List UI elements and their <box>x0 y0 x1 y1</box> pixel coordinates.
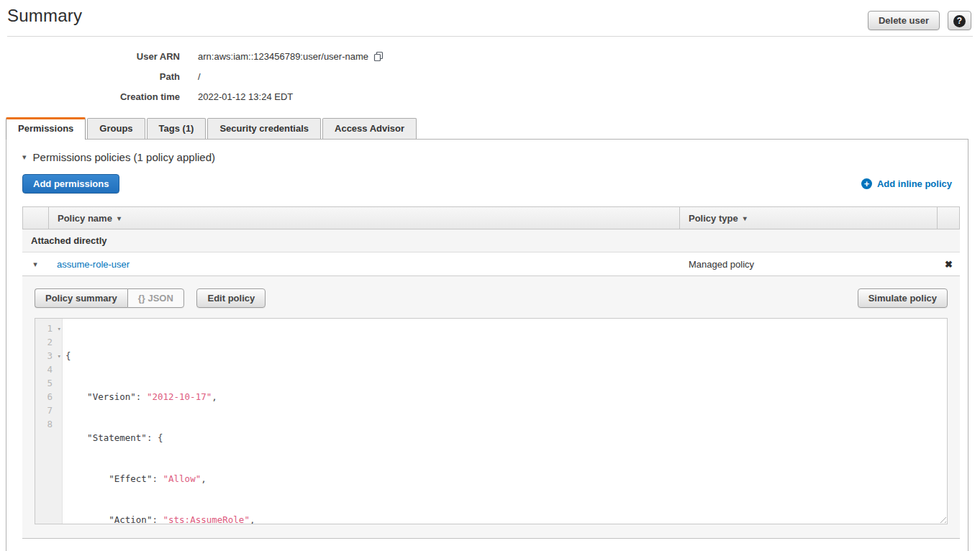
permissions-policies-section-toggle[interactable]: ▾ Permissions policies (1 policy applied… <box>6 140 968 163</box>
policy-table-row: ▾ assume-role-user Managed policy ✖ <box>22 252 960 276</box>
section-title: Permissions policies (1 policy applied) <box>33 151 215 163</box>
group-row-attached-directly: Attached directly <box>22 229 960 252</box>
help-icon: ? <box>953 15 966 27</box>
remove-header-cell <box>937 207 959 229</box>
tab-groups[interactable]: Groups <box>87 118 145 139</box>
code-line: "Effect": "Allow", <box>65 472 947 486</box>
simulate-policy-button[interactable]: Simulate policy <box>858 288 948 308</box>
tab-access-advisor[interactable]: Access Advisor <box>322 118 417 139</box>
tab-content-wrapper: Permissions Groups Tags (1) Security cre… <box>6 117 968 551</box>
header-actions: Delete user ? <box>868 11 971 30</box>
user-arn-label: User ARN <box>0 51 180 62</box>
editor-gutter: 1▾ 2 3▾ 4 5 6 7 8 <box>35 319 63 524</box>
edit-policy-button[interactable]: Edit policy <box>196 288 266 308</box>
policy-type-header[interactable]: Policy type ▾ <box>679 207 937 229</box>
code-line: "Version": "2012-10-17", <box>65 390 947 404</box>
sort-caret-icon: ▾ <box>117 214 121 222</box>
editor-code-area[interactable]: { "Version": "2012-10-17", "Statement": … <box>63 319 947 524</box>
path-value: / <box>198 71 201 82</box>
row-caret-icon: ▾ <box>33 260 37 268</box>
fold-caret-icon[interactable]: ▾ <box>58 350 61 363</box>
row-expander[interactable]: ▾ <box>22 252 48 276</box>
user-arn-value: arn:aws:iam::123456789:user/user-name <box>198 51 368 62</box>
fold-caret-icon[interactable]: ▾ <box>58 322 61 336</box>
table-header-row: Policy name ▾ Policy type ▾ <box>22 206 960 229</box>
policy-name-header[interactable]: Policy name ▾ <box>49 213 679 224</box>
policy-detail-toolbar: Policy summary {} JSON Edit policy Simul… <box>35 288 948 308</box>
tabstrip: Permissions Groups Tags (1) Security cre… <box>6 117 968 140</box>
code-line: "Action": "sts:AssumeRole", <box>65 513 947 524</box>
tab-permissions[interactable]: Permissions <box>6 117 86 140</box>
info-row-path: Path / <box>0 66 980 86</box>
page-header: Summary Delete user ? <box>0 0 980 30</box>
add-permissions-button[interactable]: Add permissions <box>22 174 119 193</box>
permissions-toolbar: Add permissions + Add inline policy <box>6 174 968 193</box>
tab-tags[interactable]: Tags (1) <box>147 118 207 139</box>
user-info: User ARN arn:aws:iam::123456789:user/use… <box>0 46 980 106</box>
policy-summary-button[interactable]: Policy summary <box>35 288 127 308</box>
add-inline-policy-link[interactable]: + Add inline policy <box>861 178 952 189</box>
creation-time-label: Creation time <box>0 91 180 102</box>
delete-user-button[interactable]: Delete user <box>868 11 940 30</box>
code-line: { <box>65 349 947 363</box>
section-caret-icon: ▾ <box>22 153 27 161</box>
page-title: Summary <box>7 6 82 26</box>
tab-security-credentials[interactable]: Security credentials <box>207 118 321 139</box>
header-divider <box>7 36 973 37</box>
info-row-user-arn: User ARN arn:aws:iam::123456789:user/use… <box>0 46 980 66</box>
sort-caret-icon: ▾ <box>743 214 747 222</box>
json-code-editor[interactable]: 1▾ 2 3▾ 4 5 6 7 8 { "Version": "2012-10-… <box>35 318 948 524</box>
copy-icon[interactable] <box>373 51 384 62</box>
policy-name-link[interactable]: assume-role-user <box>57 259 130 270</box>
json-button[interactable]: {} JSON <box>127 288 184 308</box>
policy-type-cell: Managed policy <box>680 252 938 276</box>
plus-icon: + <box>861 178 872 189</box>
policies-table: Policy name ▾ Policy type ▾ Attached dir… <box>22 206 960 539</box>
permissions-panel: ▾ Permissions policies (1 policy applied… <box>6 140 968 551</box>
info-row-creation-time: Creation time 2022-01-12 13:24 EDT <box>0 86 980 106</box>
remove-policy-button[interactable]: ✖ <box>938 252 960 276</box>
policy-detail-panel: Policy summary {} JSON Edit policy Simul… <box>22 276 960 539</box>
path-label: Path <box>0 71 180 82</box>
expander-header-cell <box>23 207 49 229</box>
code-line: "Statement": { <box>65 431 947 445</box>
help-button[interactable]: ? <box>948 11 971 30</box>
creation-time-value: 2022-01-12 13:24 EDT <box>198 91 293 102</box>
